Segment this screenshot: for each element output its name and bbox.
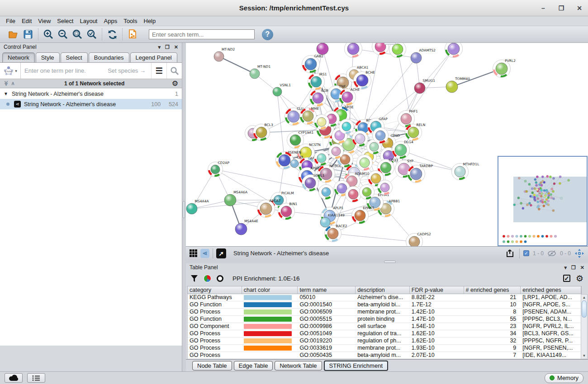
- column-header-enriched-genes[interactable]: enriched genes: [521, 286, 581, 294]
- network-node[interactable]: CD2AP: [208, 161, 230, 177]
- network-node[interactable]: MS4A4A: [186, 199, 209, 214]
- menu-edit[interactable]: Edit: [19, 18, 35, 24]
- network-node[interactable]: [314, 115, 329, 130]
- network-node[interactable]: EPHA5: [352, 206, 375, 224]
- menu-help[interactable]: Help: [141, 18, 159, 24]
- grid-view-icon[interactable]: [190, 249, 197, 257]
- scroll-down-icon[interactable]: ▼: [581, 353, 587, 359]
- network-node[interactable]: [445, 43, 463, 58]
- search-input[interactable]: [149, 29, 255, 39]
- network-node[interactable]: VSNL1: [273, 83, 291, 96]
- tab-network[interactable]: Network: [2, 52, 35, 62]
- network-node[interactable]: TARDBP: [408, 164, 433, 183]
- table-panel-float-icon[interactable]: ❒: [571, 265, 576, 271]
- birds-eye-view[interactable]: [498, 156, 588, 246]
- export-view-icon[interactable]: [506, 249, 516, 258]
- zoom-in-icon[interactable]: [43, 28, 54, 40]
- network-node[interactable]: [319, 185, 334, 200]
- column-header-FDR-p-value[interactable]: FDR p-value: [410, 286, 464, 294]
- string-database-selector[interactable]: STRING ▾: [0, 63, 21, 79]
- expand-all-icon[interactable]: ≫: [3, 81, 9, 86]
- network-node[interactable]: MTHFD1L: [452, 162, 480, 180]
- column-header-chart-color[interactable]: chart color: [242, 286, 298, 294]
- table-row[interactable]: GO ProcessGO:0006509membrane prot...1.42…: [188, 309, 581, 316]
- menu-apps[interactable]: Apps: [101, 18, 121, 24]
- table-row[interactable]: GO ProcessGO:0033619membrane prot...1.93…: [188, 345, 581, 352]
- selected-nodes-checkbox-icon[interactable]: ✓: [523, 250, 529, 256]
- network-node[interactable]: [373, 128, 389, 144]
- table-row[interactable]: GO FunctionGO:0005515protein binding1.47…: [188, 316, 581, 323]
- network-node[interactable]: [346, 187, 361, 202]
- close-icon[interactable]: ✕: [575, 5, 583, 12]
- network-node[interactable]: [314, 151, 329, 166]
- network-node[interactable]: [389, 43, 406, 58]
- table-row[interactable]: KEGG Pathways05010Alzheimer's dise...8.8…: [188, 294, 581, 301]
- minimize-icon[interactable]: –: [539, 5, 547, 12]
- tab-node-table[interactable]: Node Table: [192, 361, 232, 370]
- table-row[interactable]: GO ComponentGO:0009986cell surface1.54E-…: [188, 323, 581, 330]
- tab-edge-table[interactable]: Edge Table: [234, 361, 273, 370]
- network-node[interactable]: [352, 131, 368, 147]
- canvas-top-grip[interactable]: [384, 43, 396, 45]
- remove-charts-icon[interactable]: [217, 275, 223, 282]
- detach-view-icon[interactable]: ➚: [216, 248, 226, 258]
- table-row[interactable]: GO ProcessGO:0019220regulation of ph...1…: [188, 337, 581, 345]
- table-scrollbar[interactable]: ▲ ▼: [581, 294, 588, 359]
- control-panel-menu-icon[interactable]: ▾: [158, 44, 161, 50]
- column-header-term-name[interactable]: term name: [298, 286, 356, 294]
- network-node[interactable]: [360, 185, 375, 200]
- string-view-icon[interactable]: ⋖: [200, 249, 209, 258]
- network-from-file-icon[interactable]: [127, 28, 138, 40]
- menu-select[interactable]: Select: [54, 18, 76, 24]
- network-node[interactable]: ADAMTS2: [411, 48, 436, 63]
- menu-layout[interactable]: Layout: [76, 18, 100, 24]
- string-options-icon[interactable]: ☰: [151, 63, 166, 79]
- network-node[interactable]: [339, 119, 354, 134]
- table-row[interactable]: GO ProcessGO:0051049regulation of tra...…: [188, 330, 581, 337]
- network-node[interactable]: ABCA7: [257, 199, 281, 218]
- filter-icon[interactable]: [190, 275, 198, 282]
- network-canvas[interactable]: MT-ND2MT-ND1VSNL1GAB2IRS1CHATABCA1BCHEIL…: [186, 43, 588, 246]
- draw-charts-icon[interactable]: [204, 275, 211, 282]
- task-history-button[interactable]: [27, 373, 45, 383]
- tab-network-table[interactable]: Network Table: [275, 361, 322, 370]
- select-rows-checkbox-icon[interactable]: ✓: [563, 275, 570, 282]
- tab-boundaries[interactable]: Boundaries: [89, 52, 129, 62]
- table-row[interactable]: GO FunctionGO:0001540beta-amyloid bi...1…: [188, 301, 581, 309]
- network-node[interactable]: BACE2: [325, 224, 347, 242]
- network-node[interactable]: PVRL2: [493, 59, 516, 78]
- network-collection-row[interactable]: ▼ String Network - Alzheimer's disease 1: [0, 89, 182, 99]
- horizontal-splitter[interactable]: [186, 260, 588, 263]
- help-icon[interactable]: ?: [262, 29, 273, 40]
- network-node[interactable]: MT-ND1: [250, 65, 271, 79]
- column-header-category[interactable]: category: [188, 286, 242, 294]
- tab-legend-panel[interactable]: Legend Panel: [130, 52, 177, 62]
- network-node[interactable]: [345, 43, 362, 58]
- maximize-icon[interactable]: ❐: [557, 5, 565, 12]
- table-row[interactable]: GO ProcessGO:0050435beta-amyloid m...2.0…: [188, 352, 581, 359]
- refresh-icon[interactable]: [106, 28, 118, 40]
- tab-select[interactable]: Select: [61, 52, 88, 62]
- string-term-input[interactable]: Enter one term per line. Set species →: [21, 67, 151, 74]
- control-panel-close-icon[interactable]: ✕: [174, 44, 178, 50]
- cloud-tasks-button[interactable]: [5, 373, 23, 383]
- menu-view[interactable]: View: [35, 18, 54, 24]
- save-session-button[interactable]: [22, 28, 34, 40]
- network-panel-gear-icon[interactable]: ⚙: [172, 79, 178, 88]
- scrollbar-thumb[interactable]: [582, 300, 587, 318]
- network-node[interactable]: [357, 155, 373, 171]
- network-row-selected[interactable]: ⋖ String Network - Alzheimer's disease 1…: [0, 99, 182, 109]
- network-node[interactable]: IRS1: [308, 72, 327, 90]
- horizontal-splitter-grip[interactable]: [384, 261, 396, 263]
- set-species-hint[interactable]: Set species →: [108, 67, 151, 74]
- network-node[interactable]: [317, 43, 328, 55]
- zoom-out-icon[interactable]: [57, 28, 69, 40]
- tab-string-enrichment[interactable]: STRING Enrichment: [324, 361, 388, 371]
- column-header-description[interactable]: description: [356, 286, 410, 294]
- zoom-fit-icon[interactable]: [71, 28, 83, 40]
- network-node[interactable]: CADPS2: [406, 232, 432, 246]
- hidden-eye-icon[interactable]: [547, 250, 556, 257]
- table-panel-close-icon[interactable]: ✕: [580, 265, 584, 271]
- vertical-splitter[interactable]: [182, 43, 186, 371]
- enrichment-settings-gear-icon[interactable]: ⚙: [576, 273, 583, 284]
